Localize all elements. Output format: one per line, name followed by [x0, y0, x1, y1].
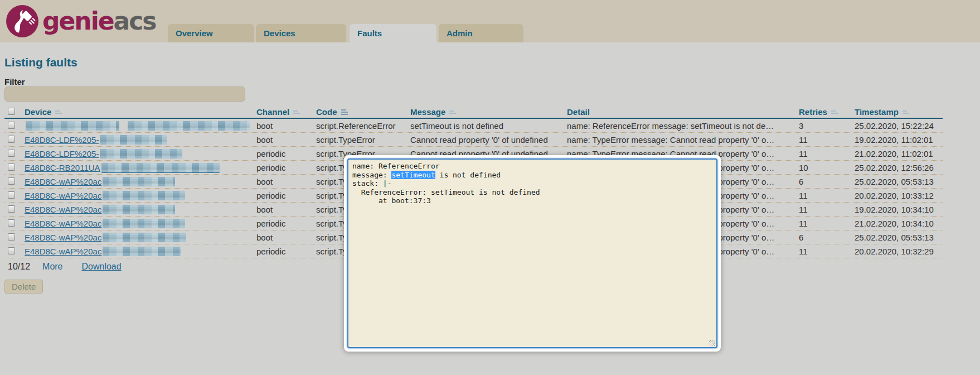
download-link[interactable]: Download	[82, 262, 122, 271]
redacted-blur	[103, 177, 175, 186]
timestamp-cell: 19.02.2020, 10:34:10	[855, 203, 950, 217]
column-header-message[interactable]: Message	[410, 106, 565, 118]
detail-cell: name: TypeError message: Cannot read pro…	[567, 133, 798, 147]
tab-devices[interactable]: Devices	[256, 24, 346, 42]
timestamp-cell: 20.02.2020, 10:32:29	[855, 244, 950, 258]
device-link[interactable]: E48D8C-LDF%205-	[25, 133, 250, 147]
retries-cell: 6	[799, 230, 850, 244]
genieacs-logo[interactable]: genieacs	[6, 4, 156, 39]
row-checkbox[interactable]	[8, 136, 15, 143]
retries-cell: 10	[799, 161, 850, 175]
fault-detail-line: at boot:37:3	[352, 196, 712, 205]
tab-faults[interactable]: Faults	[350, 24, 436, 42]
channel-cell: periodic	[256, 161, 314, 175]
selected-text: setTimeout	[391, 171, 435, 179]
filter-label: Filter	[4, 77, 25, 86]
brand-name-secondary: acs	[114, 7, 156, 35]
sort-icon[interactable]	[55, 109, 62, 115]
column-header-code[interactable]: Code	[316, 106, 409, 118]
channel-cell: boot	[256, 230, 314, 244]
row-checkbox[interactable]	[8, 164, 15, 171]
timestamp-cell: 19.02.2020, 11:02:01	[855, 133, 950, 147]
redacted-blur	[128, 121, 250, 131]
top-header-bar: genieacs Overview Devices Faults Admin	[0, 0, 980, 42]
fault-detail-line: name: ReferenceError	[352, 162, 712, 171]
more-link[interactable]: More	[42, 262, 62, 271]
message-cell: setTimeout is not defined	[410, 119, 565, 133]
message-cell: Cannot read property '0' of undefined	[410, 133, 565, 147]
timestamp-cell: 25.02.2020, 05:53:13	[855, 175, 950, 189]
tab-overview[interactable]: Overview	[168, 24, 254, 42]
device-link[interactable]: E48D8C-wAP%20ac	[25, 175, 250, 189]
retries-cell: 11	[799, 203, 850, 217]
fault-detail-textarea[interactable]: name: ReferenceErrormessage: setTimeout …	[347, 158, 717, 348]
device-link[interactable]: E48D8C-wAP%20ac	[25, 244, 250, 258]
redacted-blur	[100, 135, 167, 145]
column-header-channel[interactable]: Channel	[256, 106, 314, 118]
table-header-row: Device Channel Code Message Detail Retri…	[4, 106, 943, 119]
timestamp-cell: 25.02.2020, 12:56:26	[855, 161, 950, 175]
brand-wordmark: genieacs	[42, 4, 156, 38]
device-link[interactable]: E48D8C-wAP%20ac	[25, 203, 250, 217]
delete-button[interactable]: Delete	[4, 280, 43, 294]
sort-icon-active[interactable]	[341, 109, 348, 115]
column-header-device[interactable]: Device	[25, 106, 250, 118]
channel-cell: boot	[256, 119, 314, 133]
row-checkbox[interactable]	[8, 233, 15, 241]
tab-admin[interactable]: Admin	[439, 24, 523, 42]
sort-icon[interactable]	[449, 109, 457, 115]
fault-detail-popup: name: ReferenceErrormessage: setTimeout …	[344, 155, 721, 352]
row-checkbox[interactable]	[8, 177, 15, 185]
retries-cell: 6	[799, 175, 850, 189]
redacted-blur	[101, 163, 220, 172]
channel-cell: periodic	[256, 244, 314, 258]
select-all-checkbox[interactable]	[8, 108, 15, 115]
sort-icon[interactable]	[293, 109, 300, 115]
retries-cell: 11	[799, 189, 850, 203]
row-checkbox[interactable]	[8, 191, 15, 199]
redacted-blur	[103, 191, 185, 200]
timestamp-cell: 21.02.2020, 11:02:01	[855, 147, 950, 161]
redacted-blur	[103, 205, 175, 214]
device-link[interactable]: E48D8C-wAP%20ac	[25, 230, 250, 244]
device-link[interactable]: E48D8C-wAP%20ac	[25, 217, 250, 230]
redacted-blur	[103, 233, 186, 242]
device-redacted	[25, 119, 250, 133]
row-checkbox[interactable]	[8, 122, 15, 129]
device-link[interactable]: E48D8C-RB2011UA	[25, 161, 250, 175]
row-checkbox[interactable]	[8, 205, 15, 213]
device-link[interactable]: E48D8C-LDF%205-	[25, 147, 250, 161]
sort-icon[interactable]	[903, 109, 910, 115]
timestamp-cell: 25.02.2020, 05:53:13	[855, 230, 950, 244]
fault-detail-line: ReferenceError: setTimeout is not define…	[352, 188, 712, 197]
code-cell: script.TypeError	[316, 133, 409, 147]
redacted-blur	[26, 121, 119, 131]
genieacs-app: genieacs Overview Devices Faults Admin L…	[0, 0, 980, 375]
channel-cell: periodic	[256, 147, 314, 161]
redacted-blur	[103, 247, 181, 256]
timestamp-cell: 25.02.2020, 15:22:24	[855, 119, 950, 133]
device-link[interactable]: E48D8C-wAP%20ac	[25, 189, 250, 203]
detail-cell: name: ReferenceError message: setTimeout…	[567, 119, 798, 133]
row-checkbox[interactable]	[8, 219, 15, 227]
column-header-timestamp[interactable]: Timestamp	[855, 106, 950, 118]
channel-cell: boot	[256, 203, 314, 217]
brand-name-primary: genie	[42, 7, 114, 35]
filter-input[interactable]	[4, 86, 245, 102]
retries-cell: 11	[799, 147, 850, 161]
timestamp-cell: 21.02.2020, 10:34:10	[855, 217, 950, 230]
fault-detail-line: message: setTimeout is not defined	[352, 171, 712, 180]
list-footer: 10/12MoreDownload	[8, 260, 122, 273]
genie-lamp-icon	[6, 4, 39, 38]
retries-cell: 11	[799, 133, 850, 147]
channel-cell: boot	[256, 175, 314, 189]
resize-grip-icon[interactable]	[709, 340, 715, 346]
fault-detail-line: stack: |-	[352, 179, 712, 188]
row-checkbox[interactable]	[8, 247, 15, 254]
row-checkbox[interactable]	[8, 150, 15, 157]
table-row: E48D8C-LDF%205-bootscript.TypeErrorCanno…	[4, 133, 943, 147]
sort-icon[interactable]	[831, 109, 838, 115]
column-header-retries[interactable]: Retries	[799, 106, 850, 118]
retries-cell: 11	[799, 217, 850, 230]
retries-cell: 3	[799, 119, 850, 133]
